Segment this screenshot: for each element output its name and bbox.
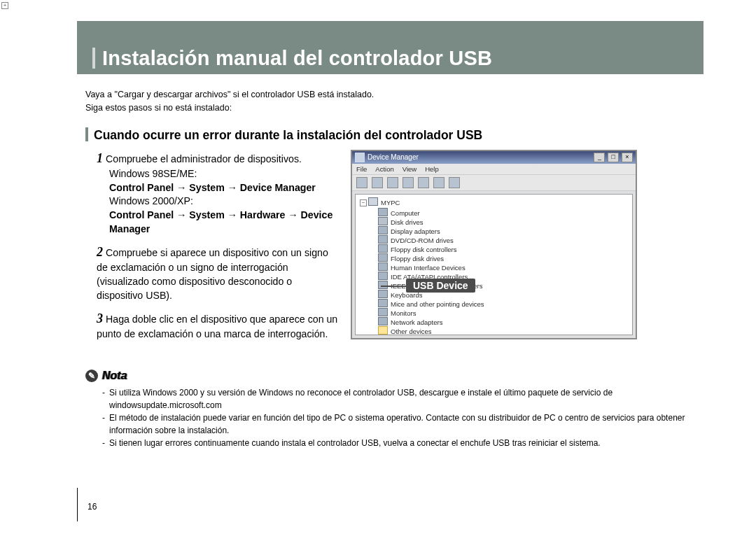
note-text: Si utiliza Windows 2000 y su versión de … [109,386,693,412]
step-number: 3 [97,311,103,325]
window-title: Device Manager [368,153,419,161]
note-text: El método de instalación puede variar en… [109,412,693,437]
tree-label: MYPC [381,199,400,206]
menu-item[interactable]: Help [425,165,439,173]
manual-page: Instalación manual del controlador USB V… [0,0,756,534]
minimize-button[interactable]: _ [594,153,605,162]
tree-node[interactable]: Display adapters [378,226,629,235]
tree-node-other-devices[interactable]: Other devices [378,326,629,335]
menu-item[interactable]: File [356,165,367,173]
note-item: -El método de instalación puede variar e… [102,412,693,437]
device-icon [378,281,388,289]
tree-label: Monitors [391,309,416,317]
tree-node[interactable]: Floppy disk drives [378,253,629,262]
device-icon [378,290,388,298]
note-header: ✎ Nota [85,370,693,382]
tree-node[interactable]: Monitors [378,308,629,317]
tree-root-node[interactable]: MYPC [358,197,629,208]
note-label: Nota [102,370,127,382]
tree-node[interactable]: Floppy disk controllers [378,244,629,253]
note-block: ✎ Nota -Si utiliza Windows 2000 y su ver… [85,370,693,449]
tree-node[interactable]: Disk drives [378,217,629,226]
tree-node[interactable]: Computer [378,208,629,217]
menu-item[interactable]: View [402,165,416,173]
tree-label: Mice and other pointing devices [391,300,484,308]
toolbar-icon[interactable] [387,177,398,188]
step-text: Compruebe si aparece un dispositivo con … [97,247,328,301]
device-icon [378,262,388,271]
menu-item[interactable]: Action [375,165,393,173]
warning-icon [378,326,388,335]
intro-text: Vaya a "Cargar y descargar archivos" si … [85,88,693,115]
toolbar-icon[interactable] [402,177,414,188]
steps-column: 1Compruebe el administrador de dispositi… [97,150,338,349]
step-3: 3Haga doble clic en el dispositivo que a… [97,310,338,342]
bullet-dash: - [102,386,105,412]
device-icon [378,244,388,253]
tree-node[interactable]: Network adapters [378,317,629,326]
tree-node[interactable]: Mice and other pointing devices [378,299,629,308]
toolbar [352,174,636,191]
maximize-button[interactable]: □ [608,153,619,162]
app-icon [355,153,365,162]
device-manager-window: Device Manager _ □ × File Action View He… [351,150,637,339]
computer-icon [368,197,378,206]
note-list: -Si utiliza Windows 2000 y su versión de… [102,386,693,449]
toolbar-icon[interactable] [356,177,368,188]
tree-label: Display adapters [391,227,440,235]
toolbar-icon[interactable] [433,177,444,188]
page-number: 16 [88,502,97,521]
section-heading: Cuando ocurre un error durante la instal… [85,127,693,143]
tree-label: Human Interface Devices [391,264,465,272]
device-icon [378,317,388,325]
device-icon [378,299,388,307]
step-1: 1Compruebe el administrador de dispositi… [97,150,338,237]
tree-label: Floppy disk drives [391,255,444,262]
device-icon [378,226,388,234]
screenshot-column: Device Manager _ □ × File Action View He… [351,150,638,349]
os-label: Windows 98SE/ME: [109,167,338,181]
step-text: Haga doble clic en el dispositivo que ap… [97,314,337,339]
step-2: 2Compruebe si aparece un dispositivo con… [97,244,338,303]
tree-label: Other devices [391,328,432,335]
bullet-dash: - [102,412,105,437]
page-number-divider [77,488,78,521]
pencil-icon: ✎ [85,370,98,382]
intro-line: Siga estos pasos si no está instalado: [85,101,693,115]
toolbar-icon[interactable] [372,177,383,188]
page-title: Instalación manual del controlador USB [92,47,492,70]
window-titlebar: Device Manager _ □ × [352,151,636,164]
tree-label: Computer [391,209,420,217]
step-number: 1 [97,151,103,165]
nav-path: Control Panel → System → Device Manager [109,181,338,195]
device-icon [378,308,388,316]
note-text: Si tienen lugar errores continuamente cu… [109,437,601,449]
device-icon [378,208,388,216]
window-controls: _ □ × [593,153,633,162]
bullet-dash: - [102,437,105,449]
page-number-area: 16 [77,488,97,521]
tree-node[interactable]: Human Interface Devices [378,262,629,272]
usb-device-callout: USB Device [406,279,475,293]
note-item: -Si tienen lugar errores continuamente c… [102,437,693,449]
tree-label: Floppy disk controllers [391,246,457,253]
page-banner: Instalación manual del controlador USB [77,21,704,74]
step-number: 2 [97,245,103,259]
toolbar-icon[interactable] [418,177,429,188]
note-item: -Si utiliza Windows 2000 y su versión de… [102,386,693,412]
tree-node[interactable]: DVD/CD-ROM drives [378,235,629,244]
nav-path: Control Panel → System → Hardware → Devi… [109,209,338,237]
tree-label: Network adapters [391,318,442,326]
tree-label: DVD/CD-ROM drives [391,237,454,244]
device-icon [378,253,388,262]
content-columns: 1Compruebe el administrador de dispositi… [77,150,693,349]
menu-bar: File Action View Help [352,164,636,174]
toolbar-icon[interactable] [449,177,460,188]
device-tree: MYPC Computer Disk drives Display adapte… [355,194,633,335]
device-icon [378,235,388,244]
device-icon [378,272,388,280]
close-button[interactable]: × [622,153,633,162]
tree-label: Disk drives [391,218,423,226]
os-label: Windows 2000/XP: [109,195,338,209]
device-icon [378,217,388,225]
